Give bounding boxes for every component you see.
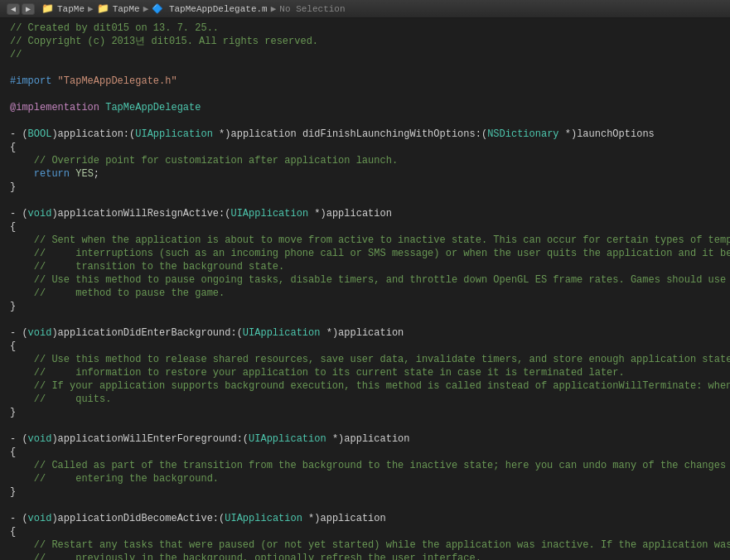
code-line: // Restart any tasks that were paused (o… — [0, 538, 730, 552]
code-line: return YES; — [0, 167, 730, 181]
titlebar: ◀ ▶ 📁 TapMe ▶ 📁 TapMe ▶ 🔷 TapMeAppDelega… — [0, 0, 730, 18]
code-line: // quits. — [0, 393, 730, 406]
code-line: - (void)applicationWillResignActive:(UIA… — [0, 207, 730, 220]
code-line: // previously in the background, optiona… — [0, 552, 730, 560]
code-editor[interactable]: // Created by dit015 on 13. 7. 25..// Co… — [0, 18, 730, 560]
code-line: // method to pause the game. — [0, 287, 730, 300]
code-line — [0, 61, 730, 75]
code-line: - (void)applicationDidBecomeActive:(UIAp… — [0, 512, 730, 525]
code-line: // information to restore your applicati… — [0, 366, 730, 379]
code-line: { — [0, 525, 730, 538]
code-line: // Override point for customization afte… — [0, 154, 730, 167]
back-button[interactable]: ◀ — [7, 3, 20, 15]
breadcrumb-tapme-2[interactable]: TapMe — [113, 4, 140, 14]
code-line: // entering the background. — [0, 472, 730, 485]
code-line: { — [0, 141, 730, 154]
sep-2: ▶ — [143, 3, 149, 14]
sep-1: ▶ — [88, 3, 94, 14]
code-line: // If your application supports backgrou… — [0, 379, 730, 393]
code-line: } — [0, 300, 730, 313]
code-line: // — [0, 48, 730, 61]
code-line: // Copyright (c) 2013년 dit015. All right… — [0, 35, 730, 48]
code-line — [0, 313, 730, 326]
code-line: { — [0, 340, 730, 353]
breadcrumb-no-selection: No Selection — [279, 4, 345, 14]
code-line: - (BOOL)application:(UIApplication *)app… — [0, 128, 730, 141]
code-line — [0, 499, 730, 512]
code-line: - (void)applicationDidEnterBackground:(U… — [0, 326, 730, 340]
code-line: } — [0, 181, 730, 194]
code-line: { — [0, 220, 730, 234]
code-line: // Sent when the application is about to… — [0, 234, 730, 247]
forward-button[interactable]: ▶ — [22, 3, 35, 15]
folder-icon-1: 📁 — [41, 2, 54, 15]
code-line: @implementation TapMeAppDelegate — [0, 101, 730, 114]
code-line: - (void)applicationWillEnterForeground:(… — [0, 432, 730, 446]
code-line: #import "TapMeAppDelegate.h" — [0, 75, 730, 88]
code-line: // Created by dit015 on 13. 7. 25.. — [0, 22, 730, 35]
code-line: // Use this method to release shared res… — [0, 353, 730, 366]
code-line: } — [0, 406, 730, 419]
code-line: } — [0, 485, 730, 499]
code-line — [0, 114, 730, 128]
folder-icon-2: 📁 — [97, 2, 109, 15]
breadcrumb-tapme-1[interactable]: TapMe — [57, 4, 85, 14]
breadcrumb-file[interactable]: 🔷 TapMeAppDelegate.m — [152, 3, 267, 14]
sep-3: ▶ — [271, 3, 277, 14]
code-line: // Use this method to pause ongoing task… — [0, 273, 730, 287]
code-line — [0, 194, 730, 207]
breadcrumb: 📁 TapMe ▶ 📁 TapMe ▶ 🔷 TapMeAppDelegate.m… — [41, 2, 346, 15]
code-line: // interruptions (such as an incoming ph… — [0, 247, 730, 260]
code-line — [0, 88, 730, 101]
code-line: { — [0, 446, 730, 459]
code-line — [0, 419, 730, 432]
code-line: // Called as part of the transition from… — [0, 459, 730, 472]
code-line: // transition to the background state. — [0, 260, 730, 273]
navigation-buttons[interactable]: ◀ ▶ — [7, 3, 35, 15]
